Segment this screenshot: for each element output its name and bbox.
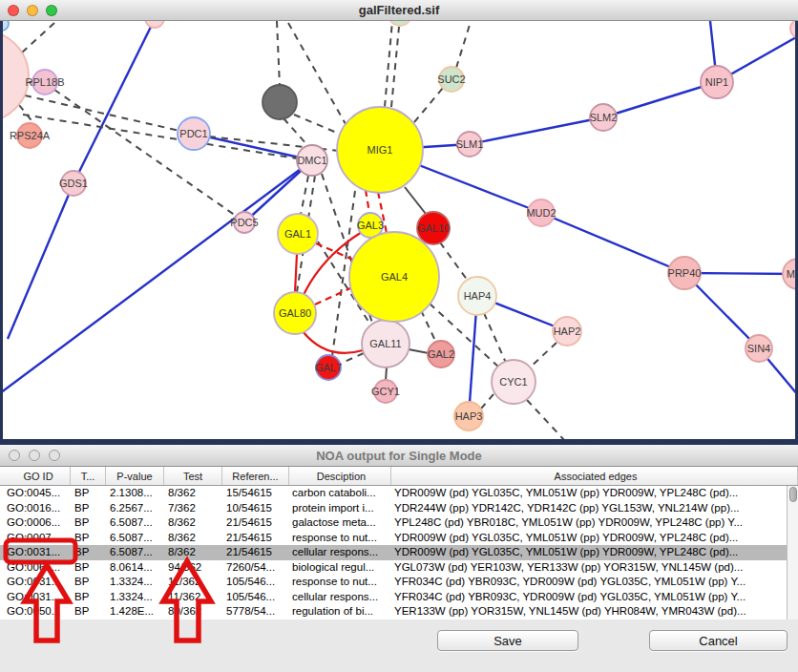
node-GAL10[interactable] [417, 212, 450, 244]
node-RPL18B[interactable] [32, 70, 57, 94]
cell: galactose meta... [289, 515, 391, 531]
column-header-associated-edges[interactable]: Associated edges [391, 467, 798, 485]
cell: 8.0614... [106, 560, 164, 576]
table-row[interactable]: GO:0050...BP1.428E...80/3625778/54...reg… [0, 604, 787, 620]
node-MSN[interactable] [783, 259, 795, 289]
noa-window-titlebar[interactable]: NOA output for Single Mode [0, 445, 798, 467]
cell: YPL248C (pd) YBR018C, YML051W (pp) YDR00… [391, 515, 787, 531]
table-row[interactable]: GO:0006...BP6.5087...8/36221/54615galact… [0, 515, 787, 531]
node-GAL1[interactable] [278, 214, 318, 254]
network-edge [315, 288, 350, 304]
results-table: GO:0045...BP2.1308...8/36215/54615carbon… [0, 486, 787, 620]
cell: BP [71, 560, 106, 576]
network-edge [74, 21, 155, 183]
node-top-green-partial[interactable] [388, 21, 411, 26]
node-big-left[interactable] [3, 31, 29, 122]
node-SUC2[interactable] [439, 67, 464, 92]
node-GAL11[interactable] [362, 320, 410, 368]
node-SLM1[interactable] [457, 132, 482, 157]
vertical-scrollbar[interactable] [787, 486, 798, 620]
network-edge [405, 187, 426, 214]
graph-window-titlebar[interactable]: galFiltered.sif [0, 0, 798, 21]
network-edge [391, 27, 399, 107]
node-RPS24A[interactable] [17, 123, 42, 148]
cell: YDR244W (pp) YDR142C, YDR142C (pp) YGL15… [391, 501, 787, 516]
save-button[interactable]: Save [437, 630, 578, 651]
node-top-right-partial[interactable] [790, 21, 795, 38]
table-row[interactable]: GO:0045...BP2.1308...8/36215/54615carbon… [0, 486, 787, 501]
network-edge [385, 21, 392, 107]
node-NIP1[interactable] [701, 66, 733, 98]
node-SLM2[interactable] [590, 104, 617, 131]
zoom-button-inactive[interactable] [49, 450, 60, 461]
column-header-p-value[interactable]: P-value [106, 467, 164, 485]
column-header-go-id[interactable]: GO ID [0, 467, 71, 485]
cell: BP [71, 545, 106, 560]
node-HAP2[interactable] [553, 317, 581, 346]
cell: 15/54615 [222, 486, 289, 501]
cell: YER133W (pp) YOR315W, YNL145W (pd) YHR08… [391, 604, 787, 620]
table-row[interactable]: GO:0031...BP1.3324...11/362105/546...cel… [0, 590, 787, 605]
column-header-description[interactable]: Desciption [289, 467, 391, 485]
table-row[interactable]: GO:0007...BP6.5087...8/36221/54615respon… [0, 531, 787, 546]
node-MIG1[interactable] [337, 107, 423, 193]
cell: YDR009W (pd) YGL035C, YML051W (pp) YDR00… [391, 545, 787, 560]
minimize-button[interactable] [27, 5, 38, 16]
cell: GO:0045... [0, 486, 71, 501]
node-GAL4[interactable] [349, 232, 439, 322]
node-HAP3[interactable] [454, 402, 483, 430]
node-PDC1[interactable] [178, 117, 210, 150]
node-SIN4[interactable] [746, 335, 772, 362]
graph-window-title: galFiltered.sif [0, 3, 798, 17]
node-PDC5[interactable] [234, 212, 255, 233]
table-row[interactable]: GO:0031...BP1.3324...11/362105/546...res… [0, 575, 787, 590]
node-GCY1[interactable] [374, 380, 397, 403]
node-PRP40[interactable] [668, 257, 701, 289]
close-button-inactive[interactable] [9, 450, 20, 461]
node-CYC1[interactable] [492, 360, 536, 404]
scrollbar-thumb[interactable] [789, 487, 797, 502]
cell: 8/362 [164, 545, 222, 560]
table-row[interactable]: GO:0016...BP6.2567...7/36210/54615protei… [0, 501, 787, 516]
network-canvas[interactable]: RPL18BRPS24AGDS1PDC1PDC5DMC1MIG1SUC2SLM1… [3, 21, 795, 439]
network-edge [421, 310, 436, 343]
node-HAP4[interactable] [458, 277, 496, 315]
node-GAL2[interactable] [428, 341, 454, 368]
close-button[interactable] [8, 5, 19, 16]
network-edge [527, 400, 565, 439]
cell: GO:0050... [0, 604, 71, 620]
node-GAL80[interactable] [274, 292, 316, 334]
noa-output-window: NOA output for Single Mode GO ID T... P-… [0, 445, 798, 672]
cell: GO:0006... [0, 515, 71, 531]
cell: BP [71, 531, 106, 546]
node-top-pink-partial[interactable] [145, 21, 164, 28]
network-edge [603, 82, 717, 117]
network-edge [54, 90, 236, 216]
cell: BP [71, 501, 106, 516]
minimize-button-inactive[interactable] [29, 450, 40, 461]
cell: YDR009W (pd) YGL035C, YML051W (pp) YDR00… [391, 486, 787, 501]
column-header-reference[interactable]: Referen... [222, 467, 289, 485]
table-row[interactable]: GO:0065...BP8.0614...94/3627260/54...bio… [0, 560, 787, 576]
network-edge [366, 190, 369, 213]
column-header-type[interactable]: T... [71, 467, 106, 485]
node-MUD2[interactable] [528, 200, 555, 226]
network-edge [21, 23, 54, 53]
node-DMC1[interactable] [297, 145, 327, 176]
zoom-button[interactable] [46, 5, 57, 16]
table-row-selected[interactable]: GO:0031...BP6.5087...8/36221/54615cellul… [0, 545, 787, 560]
network-edge [23, 115, 297, 158]
cell: response to nut... [289, 531, 391, 546]
network-edge [294, 115, 346, 136]
cell: GO:0065... [0, 560, 71, 576]
cell: 11/362 [164, 575, 222, 590]
node-gray-node[interactable] [262, 85, 297, 119]
node-top-left-partial[interactable] [3, 21, 9, 31]
cell: 21/54615 [222, 531, 289, 546]
node-GDS1[interactable] [61, 171, 86, 196]
column-header-test[interactable]: Test [164, 467, 222, 485]
cell: 6.2567... [106, 501, 164, 516]
cancel-button[interactable]: Cancel [649, 630, 788, 651]
cell: YFR034C (pd) YBR093C, YDR009W (pd) YGL03… [391, 575, 787, 590]
node-GAL7[interactable] [316, 355, 341, 380]
